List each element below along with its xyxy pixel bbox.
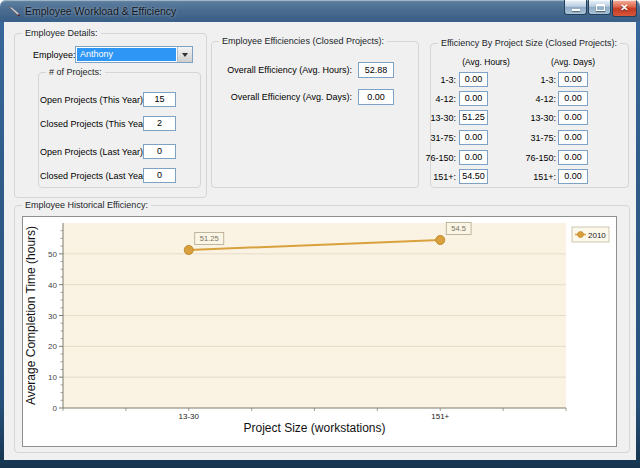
- size-row-label: 151+:: [410, 172, 456, 183]
- size-hours-field[interactable]: 54.50: [459, 169, 488, 184]
- size-row-label: 13-30:: [510, 113, 556, 124]
- svg-text:13-30: 13-30: [179, 412, 200, 421]
- efficiency-line-chart: 0102030405013-30151+Project Size (workst…: [23, 217, 616, 446]
- size-days-field[interactable]: 0.00: [558, 91, 588, 106]
- size-days-field[interactable]: 0.00: [558, 150, 588, 165]
- size-days-field[interactable]: 0.00: [558, 169, 588, 184]
- group-historical-efficiency: Employee Historical Efficiency: 01020304…: [14, 205, 630, 453]
- size-row-label: 4-12:: [410, 94, 456, 105]
- employee-selected-value: Anthony: [77, 48, 176, 61]
- size-row-label: 1-3:: [510, 75, 556, 86]
- size-days-field[interactable]: 0.00: [558, 110, 588, 125]
- svg-text:151+: 151+: [431, 412, 449, 421]
- chevron-down-icon: [182, 53, 188, 57]
- employee-label: Employee:: [33, 50, 76, 61]
- svg-text:Average Completion Time (hours: Average Completion Time (hours): [24, 226, 38, 405]
- svg-text:54.5: 54.5: [451, 224, 466, 233]
- size-row-label: 4-12:: [510, 94, 556, 105]
- window-title: Employee Workload & Efficiency: [25, 5, 176, 17]
- svg-text:30: 30: [48, 312, 57, 321]
- overall-days-field[interactable]: 0.00: [358, 89, 394, 105]
- group-label: Employee Historical Efficiency:: [22, 199, 151, 212]
- size-row-label: 31-75:: [410, 133, 456, 144]
- svg-text:10: 10: [48, 373, 57, 382]
- size-days-field[interactable]: 0.00: [558, 130, 588, 145]
- size-days-field[interactable]: 0.00: [558, 72, 588, 87]
- closed-this-year-field[interactable]: 2: [143, 116, 176, 131]
- size-hours-field[interactable]: 0.00: [459, 91, 488, 106]
- avg-days-header: (Avg. Days): [537, 57, 609, 68]
- group-label: Efficiency By Project Size (Closed Proje…: [438, 37, 620, 50]
- maximize-button[interactable]: [588, 0, 611, 15]
- svg-text:2010: 2010: [588, 231, 606, 240]
- size-hours-field[interactable]: 51.25: [459, 110, 488, 125]
- svg-text:50: 50: [48, 250, 57, 259]
- size-row-label: 1-3:: [410, 75, 456, 86]
- closed-last-year-label: Closed Projects (Last Year):: [40, 171, 141, 182]
- group-label: Employee Details:: [22, 27, 101, 40]
- maximize-icon: [596, 4, 605, 11]
- svg-text:Project Size (workstations): Project Size (workstations): [243, 421, 385, 435]
- open-last-year-field[interactable]: 0: [143, 144, 176, 159]
- size-hours-field[interactable]: 0.00: [459, 130, 488, 145]
- svg-text:0: 0: [53, 404, 58, 413]
- client-area: Employee Details: Employee: Anthony # of…: [4, 22, 636, 460]
- minimize-icon: [572, 9, 580, 11]
- closed-this-year-label: Closed Projects (This Year):: [40, 119, 141, 130]
- svg-text:51.25: 51.25: [200, 234, 219, 243]
- employee-dropdown[interactable]: Anthony: [75, 46, 193, 63]
- size-hours-field[interactable]: 0.00: [459, 150, 488, 165]
- group-label: # of Projects:: [46, 66, 105, 79]
- minimize-button[interactable]: [564, 0, 587, 15]
- closed-last-year-field[interactable]: 0: [143, 168, 176, 183]
- svg-text:20: 20: [48, 342, 57, 351]
- overall-hours-field[interactable]: 52.88: [358, 62, 394, 78]
- title-bar[interactable]: Employee Workload & Efficiency ✕: [0, 0, 640, 22]
- avg-hours-header: (Avg. Hours): [450, 57, 522, 68]
- size-hours-field[interactable]: 0.00: [459, 72, 488, 87]
- app-window: Employee Workload & Efficiency ✕ Employe…: [0, 0, 640, 468]
- close-button[interactable]: ✕: [612, 0, 637, 17]
- dropdown-button[interactable]: [177, 47, 192, 62]
- open-this-year-label: Open Projects (This Year):: [40, 95, 141, 106]
- close-icon: ✕: [613, 2, 636, 13]
- size-row-label: 151+:: [510, 172, 556, 183]
- open-this-year-field[interactable]: 15: [143, 92, 176, 107]
- svg-text:40: 40: [48, 281, 57, 290]
- app-icon: [8, 4, 22, 18]
- chart-panel: 0102030405013-30151+Project Size (workst…: [22, 216, 617, 447]
- size-row-label: 76-150:: [410, 153, 456, 164]
- overall-hours-label: Overall Efficiency (Avg. Hours):: [215, 65, 352, 76]
- group-label: Employee Efficiencies (Closed Projects):: [219, 35, 387, 48]
- overall-days-label: Overall Efficiency (Avg. Days):: [215, 92, 352, 103]
- size-row-label: 76-150:: [510, 153, 556, 164]
- size-row-label: 13-30:: [410, 113, 456, 124]
- size-row-label: 31-75:: [510, 133, 556, 144]
- open-last-year-label: Open Projects (Last Year):: [40, 147, 141, 158]
